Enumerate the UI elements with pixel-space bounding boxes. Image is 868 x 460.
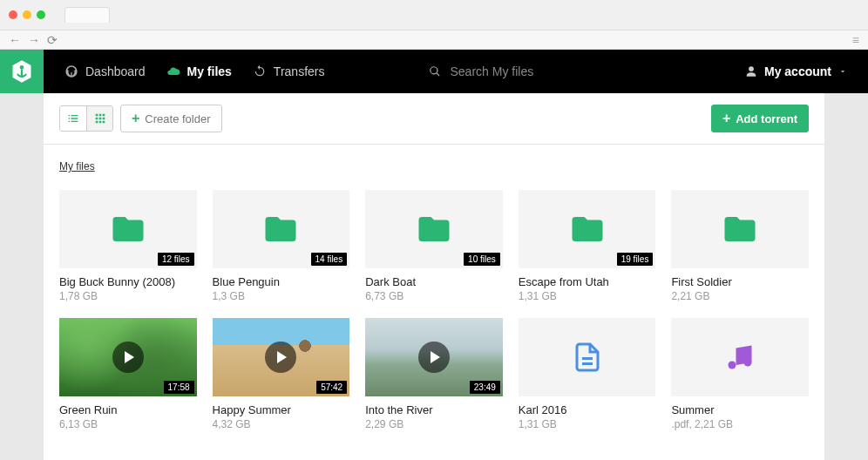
file-tile[interactable]: 17:58Green Ruin6,13 GB: [59, 318, 197, 430]
file-tile[interactable]: First Soldier2,21 GB: [671, 190, 809, 302]
browser-chrome: [0, 0, 868, 30]
file-tile[interactable]: 23:49Into the River2,29 GB: [365, 318, 503, 430]
tile-meta: 6,13 GB: [59, 418, 197, 430]
grid-icon: [93, 112, 107, 125]
maximize-window-icon[interactable]: [37, 10, 45, 19]
minimize-window-icon[interactable]: [23, 10, 31, 19]
breadcrumb[interactable]: My files: [44, 145, 824, 181]
tile-meta: 1,3 GB: [213, 290, 350, 302]
cloud-icon: [166, 64, 180, 78]
list-icon: [66, 112, 80, 125]
forward-icon[interactable]: →: [28, 33, 40, 47]
plus-icon: +: [132, 111, 139, 126]
tile-thumb: 10 files: [365, 190, 503, 268]
tile-meta: 2,21 GB: [671, 290, 809, 302]
file-tile[interactable]: 19 filesEscape from Utah1,31 GB: [519, 190, 656, 302]
browser-toolbar: ← → ⟳ ≡: [0, 30, 868, 50]
grid-view-toggle[interactable]: [86, 106, 112, 131]
tile-badge: 10 files: [464, 253, 500, 266]
svg-point-2: [744, 359, 752, 367]
tile-title: Green Ruin: [59, 403, 197, 416]
tile-badge: 23:49: [470, 381, 500, 394]
menu-icon[interactable]: ≡: [852, 33, 859, 47]
file-tile[interactable]: 12 filesBig Buck Bunny (2008)1,78 GB: [59, 190, 197, 302]
tile-thumb: [671, 318, 809, 396]
main-nav: Dashboard My files Transfers: [64, 64, 324, 78]
chevron-down-icon: [838, 67, 847, 76]
close-window-icon[interactable]: [9, 10, 17, 19]
nav-dashboard[interactable]: Dashboard: [64, 64, 146, 78]
tile-meta: 1,78 GB: [59, 290, 197, 302]
search-input[interactable]: [450, 64, 624, 78]
tile-thumb: 19 files: [519, 190, 656, 268]
tile-meta: 1,31 GB: [519, 290, 656, 302]
plus-icon: +: [722, 111, 730, 126]
tile-badge: 17:58: [164, 381, 194, 394]
account-menu[interactable]: My account: [745, 64, 847, 78]
tile-title: Summer: [671, 403, 809, 416]
nav-label: Transfers: [274, 64, 325, 78]
list-view-toggle[interactable]: [60, 106, 86, 131]
nav-my-files[interactable]: My files: [166, 64, 232, 78]
file-tile[interactable]: Karl 20161,31 GB: [519, 318, 656, 430]
user-icon: [745, 65, 757, 78]
browser-tab[interactable]: [64, 7, 110, 23]
file-grid: 12 filesBig Buck Bunny (2008)1,78 GB14 f…: [44, 181, 824, 439]
button-label: Add torrent: [736, 112, 797, 125]
tile-badge: 14 files: [311, 253, 348, 266]
button-label: Create folder: [145, 112, 210, 125]
reload-icon[interactable]: ⟳: [47, 33, 58, 47]
tile-meta: 1,31 GB: [519, 418, 656, 430]
anchor-icon: [10, 59, 34, 84]
nav-transfers[interactable]: Transfers: [253, 64, 325, 78]
view-toggles: [59, 105, 113, 132]
tile-title: Dark Boat: [365, 275, 503, 288]
svg-point-1: [729, 362, 736, 369]
content-area: + Create folder + Add torrent My files 1…: [44, 93, 824, 460]
tile-title: Blue Penguin: [213, 275, 350, 288]
transfers-icon: [253, 64, 267, 78]
tile-title: Into the River: [365, 403, 503, 416]
tile-badge: 57:42: [316, 381, 347, 394]
play-icon: [265, 342, 296, 373]
file-tile[interactable]: Summer.pdf, 2,21 GB: [671, 318, 809, 430]
dashboard-icon: [64, 64, 78, 78]
back-icon[interactable]: ←: [9, 33, 21, 47]
tile-meta: 2,29 GB: [365, 418, 503, 430]
search-area: [429, 64, 745, 78]
create-folder-button[interactable]: + Create folder: [120, 105, 222, 132]
app-logo[interactable]: [0, 50, 44, 93]
tile-thumb: 14 files: [213, 190, 350, 268]
tile-badge: 12 files: [158, 253, 194, 266]
play-icon: [418, 342, 450, 373]
tile-thumb: 17:58: [59, 318, 197, 396]
tile-meta: 4,32 GB: [213, 418, 350, 430]
tile-thumb: [519, 318, 656, 396]
tile-meta: .pdf, 2,21 GB: [671, 418, 809, 430]
tile-title: Escape from Utah: [519, 275, 656, 288]
window-controls: [9, 10, 45, 19]
account-label: My account: [764, 64, 831, 78]
tile-thumb: [671, 190, 809, 268]
tile-title: Karl 2016: [519, 403, 656, 416]
browser-tabs: [64, 7, 110, 23]
tile-meta: 6,73 GB: [365, 290, 503, 302]
tile-badge: 19 files: [617, 253, 654, 266]
file-tile[interactable]: 10 filesDark Boat6,73 GB: [365, 190, 503, 302]
tile-thumb: 23:49: [365, 318, 503, 396]
app-topbar: Dashboard My files Transfers My account: [0, 50, 868, 93]
breadcrumb-root: My files: [59, 160, 95, 172]
file-tile[interactable]: 14 filesBlue Penguin1,3 GB: [213, 190, 350, 302]
tile-title: First Soldier: [671, 275, 809, 288]
tile-thumb: 57:42: [213, 318, 350, 396]
tile-title: Happy Summer: [213, 403, 350, 416]
play-icon: [112, 342, 144, 373]
add-torrent-button[interactable]: + Add torrent: [711, 105, 809, 132]
nav-label: My files: [187, 64, 232, 78]
search-icon: [429, 65, 441, 78]
toolbar: + Create folder + Add torrent: [44, 93, 824, 145]
tile-title: Big Buck Bunny (2008): [59, 275, 197, 288]
browser-nav: ← → ⟳: [9, 33, 58, 47]
file-tile[interactable]: 57:42Happy Summer4,32 GB: [213, 318, 350, 430]
nav-label: Dashboard: [85, 64, 146, 78]
